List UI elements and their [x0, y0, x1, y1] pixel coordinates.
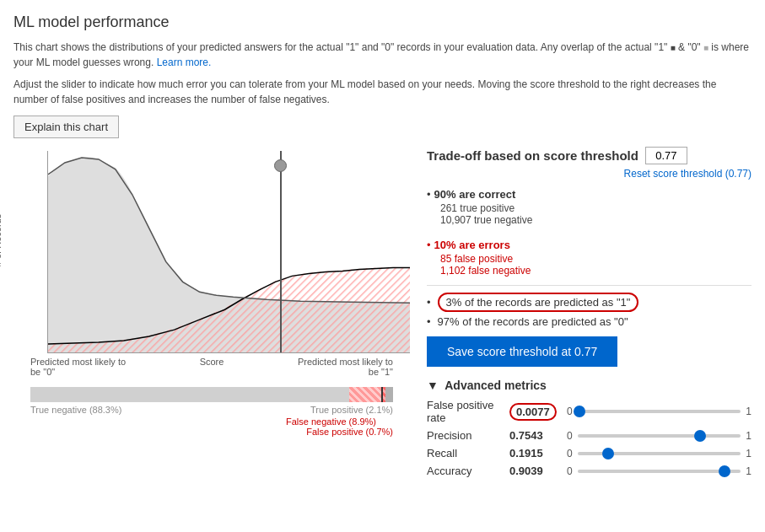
threshold-input[interactable] [645, 147, 687, 164]
metric-name: Accuracy [427, 465, 503, 477]
progress-section: True negative (88.3%) True positive (2.1… [30, 387, 393, 437]
metric-range-min: 0 [567, 430, 573, 442]
metric-range-max: 1 [746, 430, 752, 442]
chart-section: # of Records [13, 147, 410, 482]
true-positive-stat: 261 true positive [427, 202, 752, 214]
threshold-handle[interactable] [274, 159, 287, 172]
error-stat: •10% are errors [427, 239, 752, 251]
chart-labels: Predicted most likely to be "0" Score Pr… [30, 357, 393, 377]
false-positive-stat: 85 false positive [427, 253, 752, 265]
metric-value: 0.9039 [509, 465, 560, 477]
true-negative-stat: 10,907 true negative [427, 214, 752, 226]
trade-off-header: Trade-off based on score threshold [427, 147, 752, 164]
metric-range: 01 [567, 430, 752, 442]
metric-slider-track[interactable] [578, 452, 741, 455]
metric-row: Precision0.754301 [427, 429, 752, 442]
label-true-negative: True negative (88.3%) [30, 405, 121, 415]
stats-section: •90% are correct 261 true positive 10,90… [427, 188, 752, 277]
bar-true-positive [385, 387, 393, 402]
chart-label-right: Predicted most likely to be "1" [292, 357, 393, 377]
advanced-metrics-title: Advanced metrics [444, 379, 547, 392]
metric-slider-track[interactable] [578, 470, 741, 473]
main-content: # of Records [13, 147, 752, 482]
metric-slider-track[interactable] [578, 410, 741, 413]
divider-1 [427, 285, 752, 286]
chart-label-left: Predicted most likely to be "0" [30, 357, 132, 377]
save-threshold-button[interactable]: Save score threshold at 0.77 [427, 336, 617, 367]
metric-range: 01 [567, 448, 752, 459]
metric-slider-track[interactable] [578, 434, 741, 438]
label-false-pos-text: False positive (0.7%) [306, 427, 393, 437]
reset-threshold-link[interactable]: Reset score threshold (0.77) [427, 168, 752, 180]
advanced-metrics-header[interactable]: ▼ Advanced metrics [427, 379, 752, 392]
bar-true-negative [30, 387, 349, 402]
label-false-negative: True positive (2.1%) [121, 405, 393, 415]
learn-more-link[interactable]: Learn more. [157, 56, 212, 68]
pred-1-item: • 3% of the records are predicted as "1" [427, 293, 752, 312]
pred-0-text: 97% of the records are predicted as "0" [438, 315, 628, 328]
metric-range-min: 0 [567, 465, 573, 477]
adjust-text: Adjust the slider to indicate how much e… [13, 77, 752, 107]
correct-stat: •90% are correct [427, 188, 752, 201]
right-section: Trade-off based on score threshold Reset… [410, 147, 752, 482]
metric-row: Accuracy0.903901 [427, 465, 752, 477]
prediction-section: • 3% of the records are predicted as "1"… [427, 293, 752, 328]
metric-name: Precision [427, 429, 503, 442]
chart-svg [48, 151, 410, 352]
label-false-neg-text: False negative (8.9%) [286, 416, 376, 427]
pred-0-item: • 97% of the records are predicted as "0… [427, 315, 752, 328]
metric-value: 0.0077 [509, 403, 560, 421]
threshold-line [280, 151, 282, 352]
chart-label-center: Score [200, 357, 224, 377]
explain-chart-button[interactable]: Explain this chart [13, 116, 119, 138]
metric-name: Recall [427, 447, 503, 459]
pred-1-circled: 3% of the records are predicted as "1" [438, 293, 639, 312]
page-title: ML model performance [13, 13, 752, 31]
metric-range-min: 0 [567, 406, 573, 417]
fpr-circled: 0.0077 [509, 403, 557, 421]
metric-range-min: 0 [567, 448, 573, 459]
y-axis-label: # of Records [0, 214, 3, 266]
metric-range-max: 1 [746, 406, 752, 417]
metric-slider-thumb[interactable] [694, 430, 706, 442]
metric-range-max: 1 [746, 448, 752, 459]
progress-bar [30, 387, 393, 402]
metric-value: 0.7543 [509, 429, 560, 442]
advanced-metrics-section: ▼ Advanced metrics False positive rate0.… [427, 379, 752, 477]
description-text: This chart shows the distributions of yo… [13, 40, 752, 70]
trade-off-title: Trade-off based on score threshold [427, 148, 638, 163]
metric-name: False positive rate [427, 399, 503, 424]
metric-range-max: 1 [746, 465, 752, 477]
metric-value: 0.1915 [509, 447, 560, 459]
pred-1-text: 3% of the records are predicted as "1" [446, 296, 631, 309]
chart-area[interactable] [47, 151, 410, 353]
chevron-down-icon: ▼ [427, 379, 439, 392]
metric-slider-thumb[interactable] [719, 465, 730, 477]
metric-range: 01 [567, 465, 752, 477]
metric-range: 01 [567, 406, 752, 417]
metric-row: Recall0.191501 [427, 447, 752, 459]
false-negative-stat: 1,102 false negative [427, 265, 752, 277]
metrics-container: False positive rate0.007701Precision0.75… [427, 399, 752, 477]
progress-labels: True negative (88.3%) True positive (2.1… [30, 405, 393, 415]
metric-slider-thumb[interactable] [602, 448, 614, 459]
metric-slider-thumb[interactable] [574, 406, 585, 417]
bar-false-negative [349, 387, 381, 402]
metric-row: False positive rate0.007701 [427, 399, 752, 424]
